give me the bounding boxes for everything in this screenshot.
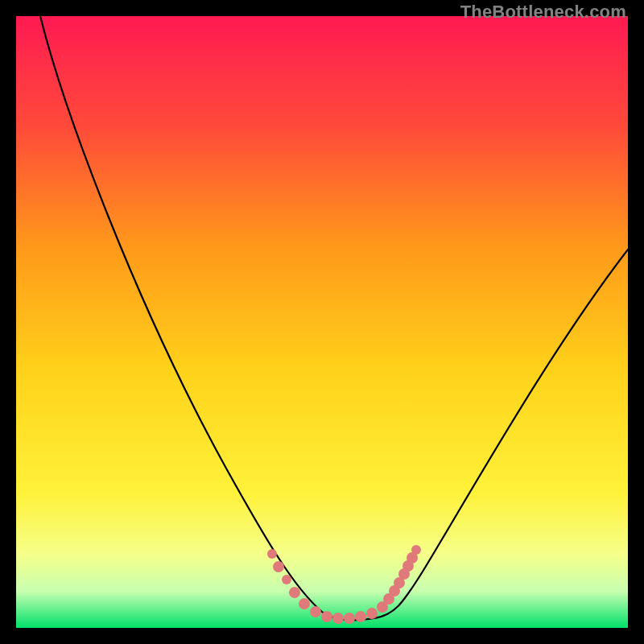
svg-point-3 <box>289 587 300 598</box>
svg-point-5 <box>310 606 321 617</box>
svg-point-10 <box>366 608 378 619</box>
chart-plot-area <box>16 16 628 628</box>
svg-point-7 <box>332 613 344 624</box>
svg-point-4 <box>299 598 310 609</box>
chart-svg <box>16 16 628 628</box>
svg-point-18 <box>411 545 421 555</box>
watermark-text: TheBottleneck.com <box>460 2 626 23</box>
gradient-background <box>16 16 628 628</box>
svg-point-2 <box>282 575 291 584</box>
chart-outer-frame: TheBottleneck.com <box>0 0 644 644</box>
svg-point-1 <box>273 561 284 572</box>
svg-point-0 <box>267 549 277 559</box>
svg-point-9 <box>355 611 366 622</box>
svg-point-8 <box>344 613 355 624</box>
svg-point-6 <box>321 611 332 622</box>
